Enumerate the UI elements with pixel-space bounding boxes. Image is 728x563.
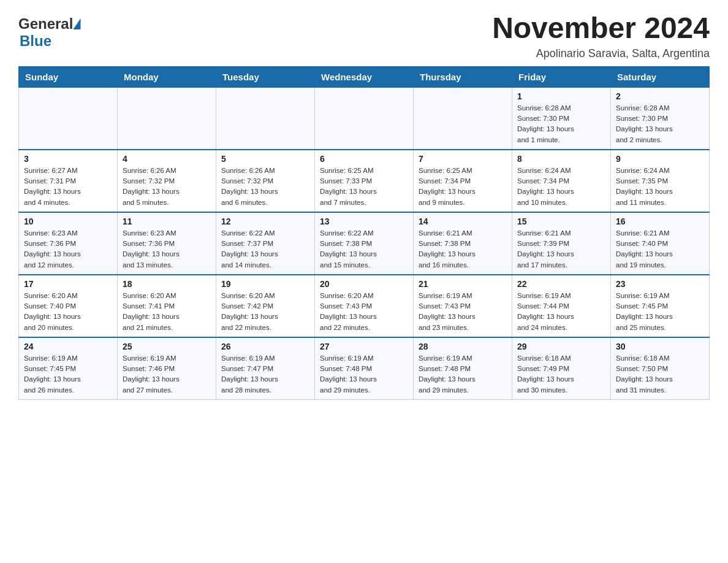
- day-number: 9: [616, 154, 704, 164]
- page-header: General Blue November 2024 Apolinario Sa…: [18, 12, 710, 60]
- calendar-day-cell: 14Sunrise: 6:21 AMSunset: 7:38 PMDayligh…: [414, 212, 512, 275]
- calendar-day-cell: 17Sunrise: 6:20 AMSunset: 7:40 PMDayligh…: [19, 275, 118, 337]
- title-block: November 2024 Apolinario Saravia, Salta,…: [492, 12, 710, 60]
- calendar-day-cell: 28Sunrise: 6:19 AMSunset: 7:48 PMDayligh…: [414, 337, 512, 400]
- day-number: 25: [123, 342, 211, 351]
- calendar-day-cell: 24Sunrise: 6:19 AMSunset: 7:45 PMDayligh…: [19, 337, 118, 400]
- calendar-day-cell: 12Sunrise: 6:22 AMSunset: 7:37 PMDayligh…: [216, 212, 315, 275]
- day-info: Sunrise: 6:27 AMSunset: 7:31 PMDaylight:…: [24, 166, 112, 208]
- day-info: Sunrise: 6:19 AMSunset: 7:43 PMDaylight:…: [419, 291, 507, 333]
- weekday-header-saturday: Saturday: [611, 66, 710, 87]
- day-info: Sunrise: 6:22 AMSunset: 7:37 PMDaylight:…: [221, 228, 309, 270]
- weekday-header-wednesday: Wednesday: [315, 66, 414, 87]
- calendar-day-cell: [118, 87, 216, 150]
- calendar-day-cell: 7Sunrise: 6:25 AMSunset: 7:34 PMDaylight…: [414, 150, 512, 212]
- calendar-day-cell: 26Sunrise: 6:19 AMSunset: 7:47 PMDayligh…: [216, 337, 315, 400]
- day-info: Sunrise: 6:20 AMSunset: 7:40 PMDaylight:…: [24, 291, 112, 333]
- calendar-day-cell: 23Sunrise: 6:19 AMSunset: 7:45 PMDayligh…: [611, 275, 710, 337]
- day-number: 11: [123, 216, 211, 226]
- calendar-day-cell: 20Sunrise: 6:20 AMSunset: 7:43 PMDayligh…: [315, 275, 414, 337]
- day-info: Sunrise: 6:28 AMSunset: 7:30 PMDaylight:…: [616, 103, 704, 145]
- day-info: Sunrise: 6:19 AMSunset: 7:45 PMDaylight:…: [616, 291, 704, 333]
- day-number: 13: [320, 216, 408, 226]
- day-info: Sunrise: 6:20 AMSunset: 7:41 PMDaylight:…: [123, 291, 211, 333]
- day-number: 29: [517, 342, 605, 351]
- calendar-day-cell: 1Sunrise: 6:28 AMSunset: 7:30 PMDaylight…: [512, 87, 611, 150]
- calendar-day-cell: [414, 87, 512, 150]
- calendar-day-cell: 15Sunrise: 6:21 AMSunset: 7:39 PMDayligh…: [512, 212, 611, 275]
- day-info: Sunrise: 6:19 AMSunset: 7:48 PMDaylight:…: [419, 353, 507, 396]
- calendar-day-cell: 2Sunrise: 6:28 AMSunset: 7:30 PMDaylight…: [611, 87, 710, 150]
- calendar-day-cell: 8Sunrise: 6:24 AMSunset: 7:34 PMDaylight…: [512, 150, 611, 212]
- day-number: 8: [517, 154, 605, 164]
- day-number: 16: [616, 216, 704, 226]
- calendar-table: SundayMondayTuesdayWednesdayThursdayFrid…: [18, 66, 710, 400]
- day-number: 19: [221, 279, 309, 289]
- day-info: Sunrise: 6:24 AMSunset: 7:35 PMDaylight:…: [616, 166, 704, 208]
- day-info: Sunrise: 6:19 AMSunset: 7:47 PMDaylight:…: [221, 353, 309, 396]
- calendar-day-cell: 21Sunrise: 6:19 AMSunset: 7:43 PMDayligh…: [414, 275, 512, 337]
- logo-general-text: General Blue: [18, 15, 83, 50]
- weekday-header-thursday: Thursday: [414, 66, 512, 87]
- calendar-day-cell: 27Sunrise: 6:19 AMSunset: 7:48 PMDayligh…: [315, 337, 414, 400]
- calendar-day-cell: 11Sunrise: 6:23 AMSunset: 7:36 PMDayligh…: [118, 212, 216, 275]
- weekday-header-friday: Friday: [512, 66, 611, 87]
- day-info: Sunrise: 6:19 AMSunset: 7:48 PMDaylight:…: [320, 353, 408, 396]
- day-number: 27: [320, 342, 408, 351]
- day-number: 17: [24, 279, 112, 289]
- day-info: Sunrise: 6:19 AMSunset: 7:46 PMDaylight:…: [123, 353, 211, 396]
- month-title: November 2024: [492, 12, 710, 45]
- weekday-header-sunday: Sunday: [19, 66, 118, 87]
- day-info: Sunrise: 6:21 AMSunset: 7:39 PMDaylight:…: [517, 228, 605, 270]
- day-number: 28: [419, 342, 507, 351]
- calendar-day-cell: 30Sunrise: 6:18 AMSunset: 7:50 PMDayligh…: [611, 337, 710, 400]
- day-info: Sunrise: 6:24 AMSunset: 7:34 PMDaylight:…: [517, 166, 605, 208]
- calendar-day-cell: 5Sunrise: 6:26 AMSunset: 7:32 PMDaylight…: [216, 150, 315, 212]
- calendar-day-cell: 6Sunrise: 6:25 AMSunset: 7:33 PMDaylight…: [315, 150, 414, 212]
- calendar-day-cell: 3Sunrise: 6:27 AMSunset: 7:31 PMDaylight…: [19, 150, 118, 212]
- weekday-header-tuesday: Tuesday: [216, 66, 315, 87]
- day-number: 3: [24, 154, 112, 164]
- day-number: 24: [24, 342, 112, 351]
- day-number: 22: [517, 279, 605, 289]
- day-info: Sunrise: 6:20 AMSunset: 7:42 PMDaylight:…: [221, 291, 309, 333]
- day-number: 30: [616, 342, 704, 351]
- calendar-week-row: 10Sunrise: 6:23 AMSunset: 7:36 PMDayligh…: [19, 212, 710, 275]
- day-number: 20: [320, 279, 408, 289]
- day-info: Sunrise: 6:19 AMSunset: 7:45 PMDaylight:…: [24, 353, 112, 396]
- day-info: Sunrise: 6:26 AMSunset: 7:32 PMDaylight:…: [221, 166, 309, 208]
- day-info: Sunrise: 6:28 AMSunset: 7:30 PMDaylight:…: [517, 103, 605, 145]
- day-info: Sunrise: 6:25 AMSunset: 7:33 PMDaylight:…: [320, 166, 408, 208]
- calendar-week-row: 3Sunrise: 6:27 AMSunset: 7:31 PMDaylight…: [19, 150, 710, 212]
- calendar-day-cell: [315, 87, 414, 150]
- day-number: 7: [419, 154, 507, 164]
- weekday-header-row: SundayMondayTuesdayWednesdayThursdayFrid…: [19, 66, 710, 87]
- calendar-week-row: 17Sunrise: 6:20 AMSunset: 7:40 PMDayligh…: [19, 275, 710, 337]
- day-number: 15: [517, 216, 605, 226]
- day-info: Sunrise: 6:21 AMSunset: 7:40 PMDaylight:…: [616, 228, 704, 270]
- day-info: Sunrise: 6:25 AMSunset: 7:34 PMDaylight:…: [419, 166, 507, 208]
- day-number: 21: [419, 279, 507, 289]
- day-info: Sunrise: 6:19 AMSunset: 7:44 PMDaylight:…: [517, 291, 605, 333]
- logo: General Blue: [18, 12, 83, 50]
- day-number: 10: [24, 216, 112, 226]
- day-number: 1: [517, 91, 605, 101]
- day-number: 6: [320, 154, 408, 164]
- calendar-day-cell: 13Sunrise: 6:22 AMSunset: 7:38 PMDayligh…: [315, 212, 414, 275]
- day-info: Sunrise: 6:18 AMSunset: 7:49 PMDaylight:…: [517, 353, 605, 396]
- day-info: Sunrise: 6:18 AMSunset: 7:50 PMDaylight:…: [616, 353, 704, 396]
- logo-text-general: General: [18, 15, 73, 32]
- calendar-day-cell: 22Sunrise: 6:19 AMSunset: 7:44 PMDayligh…: [512, 275, 611, 337]
- day-number: 2: [616, 91, 704, 101]
- day-info: Sunrise: 6:20 AMSunset: 7:43 PMDaylight:…: [320, 291, 408, 333]
- calendar-week-row: 24Sunrise: 6:19 AMSunset: 7:45 PMDayligh…: [19, 337, 710, 400]
- calendar-day-cell: 16Sunrise: 6:21 AMSunset: 7:40 PMDayligh…: [611, 212, 710, 275]
- day-number: 26: [221, 342, 309, 351]
- calendar-day-cell: [19, 87, 118, 150]
- day-info: Sunrise: 6:21 AMSunset: 7:38 PMDaylight:…: [419, 228, 507, 270]
- day-number: 12: [221, 216, 309, 226]
- calendar-day-cell: 10Sunrise: 6:23 AMSunset: 7:36 PMDayligh…: [19, 212, 118, 275]
- calendar-day-cell: 9Sunrise: 6:24 AMSunset: 7:35 PMDaylight…: [611, 150, 710, 212]
- location-text: Apolinario Saravia, Salta, Argentina: [492, 47, 710, 60]
- day-number: 14: [419, 216, 507, 226]
